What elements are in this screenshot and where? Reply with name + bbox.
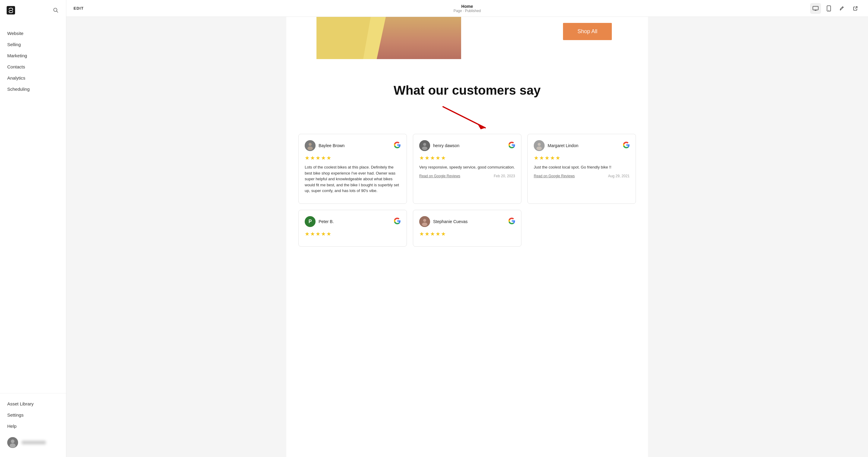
review-card: Stephanie Cuevas ★★★ bbox=[413, 210, 521, 247]
reviewer-info: P Peter B. bbox=[305, 216, 334, 227]
svg-line-2 bbox=[57, 11, 58, 13]
sidebar-user[interactable] bbox=[0, 434, 66, 451]
reviewer-name: Peter B. bbox=[318, 219, 334, 224]
reviewer-avatar bbox=[419, 140, 430, 151]
google-icon bbox=[508, 142, 515, 150]
svg-point-10 bbox=[829, 10, 829, 10]
sidebar-item-asset-library[interactable]: Asset Library bbox=[0, 398, 66, 409]
review-header: Stephanie Cuevas bbox=[419, 216, 515, 227]
svg-line-11 bbox=[855, 7, 857, 8]
review-date: Aug 29, 2021 bbox=[608, 174, 629, 178]
review-date: Feb 20, 2023 bbox=[494, 174, 515, 178]
canvas: Shop All What our customers say bbox=[66, 17, 868, 457]
svg-point-19 bbox=[423, 143, 426, 146]
review-footer: Read on Google Reviews Feb 20, 2023 bbox=[419, 174, 515, 178]
reviewer-info: henry dawson bbox=[419, 140, 459, 151]
google-icon bbox=[623, 142, 629, 150]
review-header: Baylee Brown bbox=[305, 140, 401, 151]
review-card: henry dawson ★★★★★ bbox=[413, 134, 521, 204]
star-rating: ★★★★★ bbox=[419, 231, 515, 237]
google-icon bbox=[508, 218, 515, 225]
svg-point-4 bbox=[11, 439, 14, 443]
review-footer: Read on Google Reviews Aug 29, 2021 bbox=[534, 174, 629, 178]
sidebar-item-contacts[interactable]: Contacts bbox=[0, 61, 66, 72]
external-link-button[interactable] bbox=[850, 3, 861, 14]
toolbar: EDIT Home Page · Published bbox=[66, 0, 868, 17]
svg-point-16 bbox=[309, 143, 312, 146]
edit-design-button[interactable] bbox=[837, 3, 847, 14]
reviewer-info: Margaret Lindon bbox=[534, 140, 578, 151]
sidebar-item-website[interactable]: Website bbox=[0, 28, 66, 39]
section-heading: What our customers say bbox=[286, 65, 648, 104]
reviews-section: Baylee Brown ★★★★★ bbox=[286, 134, 648, 258]
star-rating: ★★★★★ bbox=[305, 231, 401, 237]
user-avatar bbox=[7, 437, 18, 448]
svg-point-20 bbox=[422, 147, 427, 150]
svg-point-5 bbox=[10, 444, 16, 448]
sidebar: Website Selling Marketing Contacts Analy… bbox=[0, 0, 66, 457]
review-card: Baylee Brown ★★★★★ bbox=[299, 134, 407, 204]
svg-point-22 bbox=[538, 143, 541, 146]
reviewer-name: Stephanie Cuevas bbox=[433, 219, 467, 224]
review-header: Margaret Lindon bbox=[534, 140, 629, 151]
reviewer-avatar: P bbox=[305, 216, 315, 227]
sidebar-item-scheduling[interactable]: Scheduling bbox=[0, 84, 66, 95]
hero-image bbox=[316, 17, 461, 59]
reviewer-avatar bbox=[534, 140, 545, 151]
sidebar-item-help[interactable]: Help bbox=[0, 421, 66, 432]
shop-all-container: Shop All bbox=[563, 23, 612, 40]
edit-label[interactable]: EDIT bbox=[73, 6, 84, 10]
section-title: What our customers say bbox=[299, 83, 636, 98]
page-status: Page · Published bbox=[454, 9, 481, 13]
toolbar-right bbox=[810, 3, 861, 14]
squarespace-logo[interactable] bbox=[6, 5, 16, 15]
hero-section: Shop All bbox=[286, 17, 648, 65]
review-header: henry dawson bbox=[419, 140, 515, 151]
reviewer-avatar bbox=[305, 140, 315, 151]
svg-point-25 bbox=[423, 219, 426, 222]
shop-all-button[interactable]: Shop All bbox=[563, 23, 612, 40]
svg-rect-6 bbox=[813, 6, 818, 10]
svg-point-26 bbox=[422, 222, 427, 226]
canvas-content: Shop All What our customers say bbox=[286, 17, 648, 457]
review-link[interactable]: Read on Google Reviews bbox=[419, 174, 460, 178]
arrow-annotation bbox=[286, 104, 648, 134]
review-link[interactable]: Read on Google Reviews bbox=[534, 174, 575, 178]
reviewer-name: Baylee Brown bbox=[318, 143, 344, 148]
review-header: P Peter B. bbox=[305, 216, 401, 227]
user-name bbox=[22, 441, 46, 444]
google-icon bbox=[394, 142, 401, 150]
reviewer-name: henry dawson bbox=[433, 143, 459, 148]
reviewer-name: Margaret Lindon bbox=[548, 143, 578, 148]
star-rating: ★★★★★ bbox=[305, 155, 401, 161]
review-card: Margaret Lindon ★★★★ bbox=[527, 134, 636, 204]
reviewer-avatar bbox=[419, 216, 430, 227]
reviewer-info: Stephanie Cuevas bbox=[419, 216, 467, 227]
sidebar-top bbox=[0, 0, 66, 21]
desktop-view-button[interactable] bbox=[810, 3, 821, 14]
sidebar-item-marketing[interactable]: Marketing bbox=[0, 50, 66, 61]
mobile-view-button[interactable] bbox=[824, 3, 834, 14]
star-rating: ★★★★★ bbox=[419, 155, 515, 161]
toolbar-center: Home Page · Published bbox=[454, 4, 481, 13]
reviews-grid: Baylee Brown ★★★★★ bbox=[299, 134, 636, 247]
svg-point-23 bbox=[536, 147, 542, 150]
sidebar-item-settings[interactable]: Settings bbox=[0, 409, 66, 421]
page-name: Home bbox=[454, 4, 481, 9]
review-text: Lots of the coolest bikes at this place.… bbox=[305, 164, 401, 194]
sidebar-bottom: Asset Library Settings Help bbox=[0, 393, 66, 457]
reviewer-info: Baylee Brown bbox=[305, 140, 344, 151]
svg-point-17 bbox=[307, 147, 313, 150]
review-text: Very responsive, speedy service, good co… bbox=[419, 164, 515, 170]
search-icon[interactable] bbox=[52, 6, 60, 14]
main-area: EDIT Home Page · Published bbox=[66, 0, 868, 457]
review-text: Just the coolest local spot. Go friendly… bbox=[534, 164, 629, 170]
google-icon bbox=[394, 218, 401, 225]
sidebar-item-selling[interactable]: Selling bbox=[0, 39, 66, 50]
review-card: P Peter B. bbox=[299, 210, 407, 247]
red-arrow bbox=[425, 104, 509, 134]
star-rating: ★★★★★ bbox=[534, 155, 629, 161]
sidebar-item-analytics[interactable]: Analytics bbox=[0, 72, 66, 84]
sidebar-nav: Website Selling Marketing Contacts Analy… bbox=[0, 21, 66, 388]
